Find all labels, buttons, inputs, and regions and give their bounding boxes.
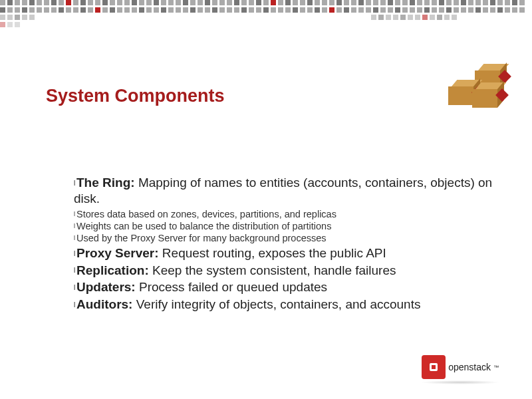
content-body: lThe Ring: Mapping of names to entities … [74, 175, 499, 314]
header-pattern [0, 0, 532, 27]
ring-text: Mapping of names to entities (accounts, … [74, 176, 492, 205]
ring-sub-2: lWeights can be used to balance the dist… [74, 220, 499, 232]
auditors-lead: Auditors: [76, 297, 132, 311]
ring-sub-3: lUsed by the Proxy Server for many backg… [74, 232, 499, 244]
logo-shadow [420, 380, 500, 384]
slide: System Components lThe Ring: Mapping of … [0, 0, 532, 399]
trademark-symbol: ™ [493, 364, 499, 370]
component-ring: lThe Ring: Mapping of names to entities … [74, 175, 499, 207]
component-replication: lReplication: Keep the system consistent… [74, 263, 499, 279]
component-proxy: lProxy Server: Request routing, exposes … [74, 245, 499, 261]
slide-title: System Components [46, 86, 225, 106]
auditors-text: Verify integrity of objects, containers,… [132, 297, 420, 311]
replication-lead: Replication: [76, 263, 149, 277]
openstack-logo-text: openstack [448, 362, 491, 372]
component-auditors: lAuditors: Verify integrity of objects, … [74, 297, 499, 313]
proxy-lead: Proxy Server: [76, 246, 159, 260]
ring-sub-1: lStores data based on zones, devices, pa… [74, 208, 499, 220]
component-updaters: lUpdaters: Process failed or queued upda… [74, 279, 499, 295]
proxy-text: Request routing, exposes the public API [159, 246, 386, 260]
ring-lead: The Ring: [76, 176, 135, 190]
updaters-text: Process failed or queued updates [136, 280, 327, 294]
openstack-logo: openstack™ [422, 355, 499, 379]
openstack-logo-icon [422, 355, 446, 379]
file-boxes-icon [446, 64, 505, 110]
replication-text: Keep the system consistent, handle failu… [149, 263, 396, 277]
updaters-lead: Updaters: [76, 280, 136, 294]
